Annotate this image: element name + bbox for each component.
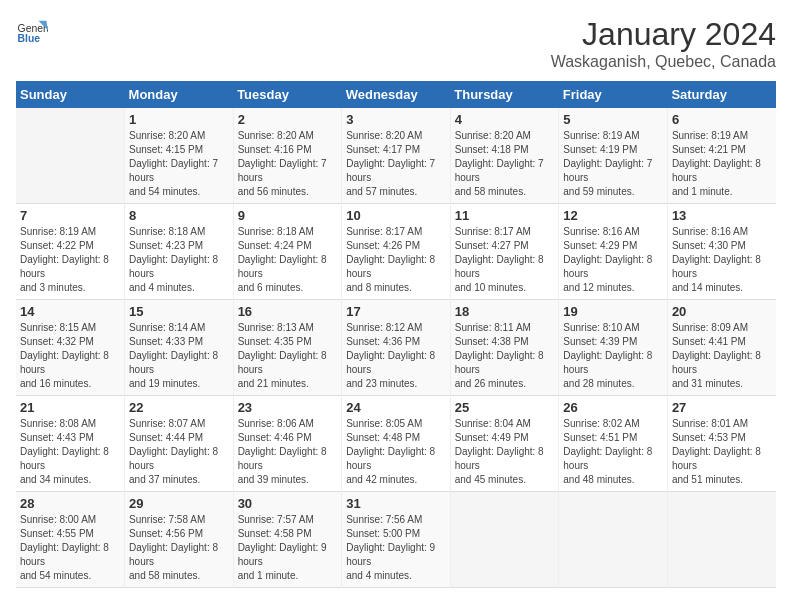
day-info: Sunrise: 8:16 AMSunset: 4:30 PMDaylight:… — [672, 225, 772, 295]
calendar-cell: 24Sunrise: 8:05 AMSunset: 4:48 PMDayligh… — [342, 396, 451, 492]
calendar-cell: 15Sunrise: 8:14 AMSunset: 4:33 PMDayligh… — [125, 300, 234, 396]
day-header-monday: Monday — [125, 81, 234, 108]
calendar-cell: 14Sunrise: 8:15 AMSunset: 4:32 PMDayligh… — [16, 300, 125, 396]
day-info: Sunrise: 8:19 AMSunset: 4:19 PMDaylight:… — [563, 129, 663, 199]
day-number: 28 — [20, 496, 120, 511]
day-header-sunday: Sunday — [16, 81, 125, 108]
calendar-cell: 10Sunrise: 8:17 AMSunset: 4:26 PMDayligh… — [342, 204, 451, 300]
day-number: 11 — [455, 208, 555, 223]
calendar-cell: 30Sunrise: 7:57 AMSunset: 4:58 PMDayligh… — [233, 492, 342, 588]
calendar-cell: 9Sunrise: 8:18 AMSunset: 4:24 PMDaylight… — [233, 204, 342, 300]
calendar-cell: 29Sunrise: 7:58 AMSunset: 4:56 PMDayligh… — [125, 492, 234, 588]
day-info: Sunrise: 8:01 AMSunset: 4:53 PMDaylight:… — [672, 417, 772, 487]
calendar-cell: 6Sunrise: 8:19 AMSunset: 4:21 PMDaylight… — [667, 108, 776, 204]
day-info: Sunrise: 8:17 AMSunset: 4:27 PMDaylight:… — [455, 225, 555, 295]
day-info: Sunrise: 8:18 AMSunset: 4:24 PMDaylight:… — [238, 225, 338, 295]
calendar-week-row: 28Sunrise: 8:00 AMSunset: 4:55 PMDayligh… — [16, 492, 776, 588]
calendar-cell — [559, 492, 668, 588]
day-number: 30 — [238, 496, 338, 511]
calendar-cell: 4Sunrise: 8:20 AMSunset: 4:18 PMDaylight… — [450, 108, 559, 204]
calendar-cell: 31Sunrise: 7:56 AMSunset: 5:00 PMDayligh… — [342, 492, 451, 588]
day-info: Sunrise: 8:20 AMSunset: 4:15 PMDaylight:… — [129, 129, 229, 199]
day-info: Sunrise: 8:15 AMSunset: 4:32 PMDaylight:… — [20, 321, 120, 391]
calendar-cell — [667, 492, 776, 588]
calendar-cell: 12Sunrise: 8:16 AMSunset: 4:29 PMDayligh… — [559, 204, 668, 300]
calendar-week-row: 21Sunrise: 8:08 AMSunset: 4:43 PMDayligh… — [16, 396, 776, 492]
calendar-week-row: 14Sunrise: 8:15 AMSunset: 4:32 PMDayligh… — [16, 300, 776, 396]
day-info: Sunrise: 7:56 AMSunset: 5:00 PMDaylight:… — [346, 513, 446, 583]
day-number: 15 — [129, 304, 229, 319]
day-number: 14 — [20, 304, 120, 319]
day-info: Sunrise: 8:00 AMSunset: 4:55 PMDaylight:… — [20, 513, 120, 583]
day-info: Sunrise: 8:20 AMSunset: 4:16 PMDaylight:… — [238, 129, 338, 199]
calendar-cell: 17Sunrise: 8:12 AMSunset: 4:36 PMDayligh… — [342, 300, 451, 396]
calendar-cell: 25Sunrise: 8:04 AMSunset: 4:49 PMDayligh… — [450, 396, 559, 492]
day-info: Sunrise: 8:19 AMSunset: 4:22 PMDaylight:… — [20, 225, 120, 295]
days-header-row: SundayMondayTuesdayWednesdayThursdayFrid… — [16, 81, 776, 108]
day-number: 3 — [346, 112, 446, 127]
day-number: 19 — [563, 304, 663, 319]
day-info: Sunrise: 8:11 AMSunset: 4:38 PMDaylight:… — [455, 321, 555, 391]
calendar-cell: 2Sunrise: 8:20 AMSunset: 4:16 PMDaylight… — [233, 108, 342, 204]
day-info: Sunrise: 8:20 AMSunset: 4:17 PMDaylight:… — [346, 129, 446, 199]
day-number: 20 — [672, 304, 772, 319]
day-info: Sunrise: 8:14 AMSunset: 4:33 PMDaylight:… — [129, 321, 229, 391]
day-info: Sunrise: 8:08 AMSunset: 4:43 PMDaylight:… — [20, 417, 120, 487]
calendar-cell: 23Sunrise: 8:06 AMSunset: 4:46 PMDayligh… — [233, 396, 342, 492]
day-info: Sunrise: 8:16 AMSunset: 4:29 PMDaylight:… — [563, 225, 663, 295]
calendar-cell: 27Sunrise: 8:01 AMSunset: 4:53 PMDayligh… — [667, 396, 776, 492]
day-number: 21 — [20, 400, 120, 415]
day-info: Sunrise: 8:13 AMSunset: 4:35 PMDaylight:… — [238, 321, 338, 391]
calendar-cell: 3Sunrise: 8:20 AMSunset: 4:17 PMDaylight… — [342, 108, 451, 204]
day-number: 8 — [129, 208, 229, 223]
day-number: 6 — [672, 112, 772, 127]
day-info: Sunrise: 8:05 AMSunset: 4:48 PMDaylight:… — [346, 417, 446, 487]
day-number: 24 — [346, 400, 446, 415]
title-area: January 2024 Waskaganish, Quebec, Canada — [551, 16, 776, 71]
day-number: 9 — [238, 208, 338, 223]
logo: General Blue — [16, 16, 48, 48]
calendar-table: SundayMondayTuesdayWednesdayThursdayFrid… — [16, 81, 776, 588]
day-number: 4 — [455, 112, 555, 127]
day-number: 7 — [20, 208, 120, 223]
calendar-week-row: 1Sunrise: 8:20 AMSunset: 4:15 PMDaylight… — [16, 108, 776, 204]
calendar-cell: 16Sunrise: 8:13 AMSunset: 4:35 PMDayligh… — [233, 300, 342, 396]
day-header-wednesday: Wednesday — [342, 81, 451, 108]
day-info: Sunrise: 7:58 AMSunset: 4:56 PMDaylight:… — [129, 513, 229, 583]
day-header-thursday: Thursday — [450, 81, 559, 108]
day-number: 12 — [563, 208, 663, 223]
day-header-friday: Friday — [559, 81, 668, 108]
day-info: Sunrise: 8:12 AMSunset: 4:36 PMDaylight:… — [346, 321, 446, 391]
day-info: Sunrise: 8:17 AMSunset: 4:26 PMDaylight:… — [346, 225, 446, 295]
day-number: 10 — [346, 208, 446, 223]
calendar-cell: 20Sunrise: 8:09 AMSunset: 4:41 PMDayligh… — [667, 300, 776, 396]
calendar-cell: 13Sunrise: 8:16 AMSunset: 4:30 PMDayligh… — [667, 204, 776, 300]
calendar-cell: 11Sunrise: 8:17 AMSunset: 4:27 PMDayligh… — [450, 204, 559, 300]
calendar-cell: 28Sunrise: 8:00 AMSunset: 4:55 PMDayligh… — [16, 492, 125, 588]
day-info: Sunrise: 8:10 AMSunset: 4:39 PMDaylight:… — [563, 321, 663, 391]
calendar-cell — [16, 108, 125, 204]
day-info: Sunrise: 8:19 AMSunset: 4:21 PMDaylight:… — [672, 129, 772, 199]
day-number: 26 — [563, 400, 663, 415]
calendar-cell: 5Sunrise: 8:19 AMSunset: 4:19 PMDaylight… — [559, 108, 668, 204]
calendar-cell: 26Sunrise: 8:02 AMSunset: 4:51 PMDayligh… — [559, 396, 668, 492]
calendar-cell: 18Sunrise: 8:11 AMSunset: 4:38 PMDayligh… — [450, 300, 559, 396]
calendar-cell: 8Sunrise: 8:18 AMSunset: 4:23 PMDaylight… — [125, 204, 234, 300]
calendar-cell: 21Sunrise: 8:08 AMSunset: 4:43 PMDayligh… — [16, 396, 125, 492]
day-number: 13 — [672, 208, 772, 223]
day-info: Sunrise: 8:20 AMSunset: 4:18 PMDaylight:… — [455, 129, 555, 199]
day-header-saturday: Saturday — [667, 81, 776, 108]
day-number: 2 — [238, 112, 338, 127]
day-number: 1 — [129, 112, 229, 127]
day-number: 31 — [346, 496, 446, 511]
day-header-tuesday: Tuesday — [233, 81, 342, 108]
day-number: 29 — [129, 496, 229, 511]
calendar-week-row: 7Sunrise: 8:19 AMSunset: 4:22 PMDaylight… — [16, 204, 776, 300]
day-info: Sunrise: 8:02 AMSunset: 4:51 PMDaylight:… — [563, 417, 663, 487]
day-info: Sunrise: 8:04 AMSunset: 4:49 PMDaylight:… — [455, 417, 555, 487]
day-number: 17 — [346, 304, 446, 319]
day-info: Sunrise: 8:18 AMSunset: 4:23 PMDaylight:… — [129, 225, 229, 295]
day-number: 22 — [129, 400, 229, 415]
day-number: 27 — [672, 400, 772, 415]
calendar-cell — [450, 492, 559, 588]
